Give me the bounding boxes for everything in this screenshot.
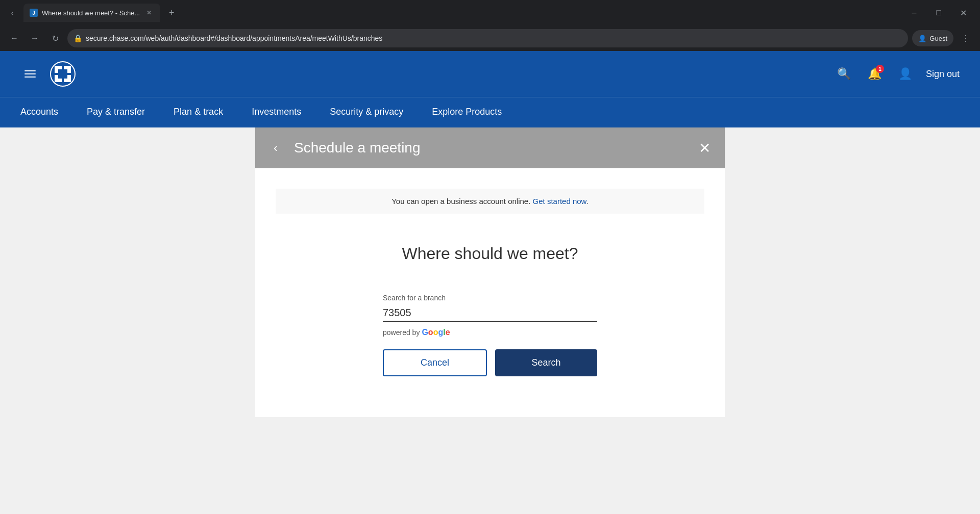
search-label: Search for a branch [383, 294, 597, 302]
browser-chrome: ‹ J Where should we meet? - Sche... ✕ + … [0, 0, 980, 51]
nav-accounts[interactable]: Accounts [20, 97, 72, 128]
profile-icon: 👤 [918, 35, 926, 42]
back-btn[interactable]: ← [6, 30, 22, 46]
header-right: 🔍 🔔 1 👤 Sign out [834, 64, 960, 84]
reload-btn[interactable]: ↻ [47, 30, 63, 46]
button-row: Cancel Search [383, 349, 597, 376]
modal-body: You can open a business account online. … [255, 168, 725, 417]
business-get-started-link[interactable]: Get started now [533, 197, 586, 205]
restore-btn[interactable]: □ [927, 5, 950, 21]
sign-out-btn[interactable]: Sign out [926, 69, 960, 80]
nav-explore-products[interactable]: Explore Products [418, 97, 516, 128]
lock-icon: 🔒 [74, 34, 82, 42]
modal-back-btn[interactable]: ‹ [265, 138, 286, 158]
search-input-wrapper [383, 305, 597, 322]
meeting-section: Where should we meet? Search for a branc… [276, 224, 704, 397]
user-icon: 👤 [898, 67, 912, 81]
search-btn[interactable]: Search [495, 349, 597, 376]
minimize-btn[interactable]: – [902, 5, 926, 21]
google-logo: Google [422, 328, 450, 337]
notifications-btn[interactable]: 🔔 1 [865, 64, 885, 84]
business-banner: You can open a business account online. … [276, 189, 704, 214]
nav-plan-track[interactable]: Plan & track [159, 97, 237, 128]
nav-investments[interactable]: Investments [237, 97, 315, 128]
header-left [20, 61, 76, 87]
window-controls: – □ ✕ [902, 5, 975, 21]
main-content: ‹ Schedule a meeting ✕ You can open a bu… [0, 127, 980, 514]
tab-bar: ‹ J Where should we meet? - Sche... ✕ + … [0, 0, 980, 25]
nav-security-privacy[interactable]: Security & privacy [315, 97, 418, 128]
search-icon: 🔍 [837, 67, 851, 81]
account-icon-btn[interactable]: 👤 [895, 64, 916, 84]
chase-logo [50, 61, 76, 87]
hamburger-menu-icon[interactable] [20, 66, 40, 82]
address-input[interactable] [67, 29, 908, 47]
modal-header: ‹ Schedule a meeting ✕ [255, 127, 725, 168]
notification-badge: 1 [876, 65, 884, 73]
tab-nav-prev[interactable]: ‹ [5, 6, 19, 20]
profile-btn[interactable]: 👤 Guest [912, 30, 953, 46]
modal-container: ‹ Schedule a meeting ✕ You can open a bu… [255, 127, 725, 417]
tab-favicon: J [30, 9, 38, 17]
svg-rect-4 [58, 69, 67, 79]
address-bar-wrapper: 🔒 [67, 29, 908, 47]
profile-label: Guest [929, 35, 947, 42]
close-btn[interactable]: ✕ [951, 5, 975, 21]
tab-close-btn[interactable]: ✕ [144, 8, 154, 18]
new-tab-btn[interactable]: + [164, 6, 179, 20]
chase-nav: Accounts Pay & transfer Plan & track Inv… [0, 97, 980, 127]
powered-by-text: powered by [383, 328, 420, 337]
chase-header: 🔍 🔔 1 👤 Sign out [0, 51, 980, 97]
modal-close-btn[interactable]: ✕ [694, 138, 715, 158]
branch-search-input[interactable] [383, 305, 597, 321]
powered-by: powered by Google [383, 328, 597, 337]
where-heading: Where should we meet? [296, 244, 684, 263]
cancel-btn[interactable]: Cancel [383, 349, 487, 376]
forward-btn[interactable]: → [27, 30, 43, 46]
more-options-btn[interactable]: ⋮ [958, 30, 974, 46]
tab-title: Where should we meet? - Sche... [42, 9, 140, 17]
search-section: Search for a branch powered by Google Ca… [383, 294, 597, 376]
active-tab[interactable]: J Where should we meet? - Sche... ✕ [23, 4, 160, 22]
search-icon-btn[interactable]: 🔍 [834, 64, 854, 84]
nav-pay-transfer[interactable]: Pay & transfer [72, 97, 159, 128]
address-bar-row: ← → ↻ 🔒 👤 Guest ⋮ [0, 25, 980, 51]
business-banner-text: You can open a business account online. [391, 197, 530, 205]
modal-title: Schedule a meeting [294, 140, 421, 156]
